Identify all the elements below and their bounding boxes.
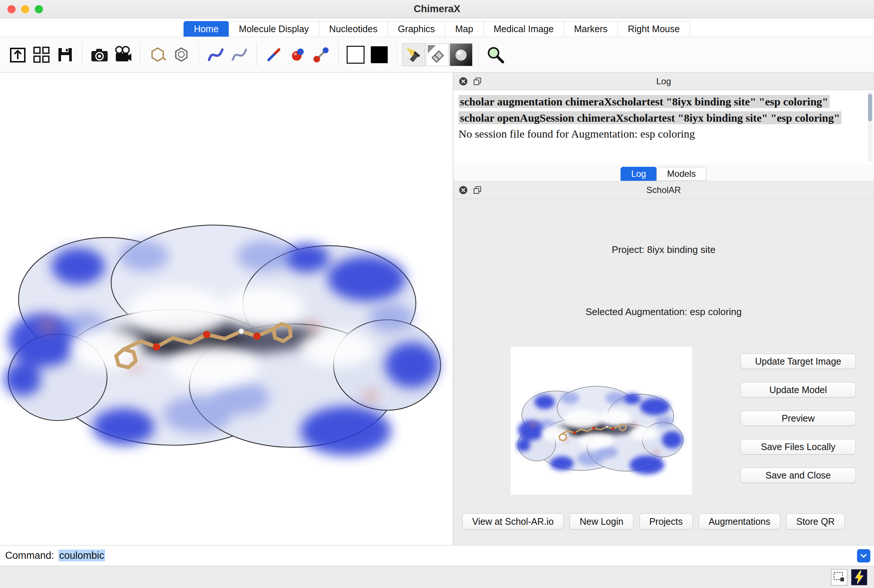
close-icon[interactable] [458,76,468,86]
sphere-style-icon[interactable] [286,40,309,69]
new-login-button[interactable]: New Login [569,513,633,530]
draw-hexagon-icon[interactable] [170,40,193,69]
save-icon[interactable] [53,40,77,69]
project-label: Project: 8iyx binding site [453,244,874,255]
scholar-panel-body: Project: 8iyx binding site Selected Augm… [453,199,874,545]
preview-button[interactable]: Preview [740,411,856,426]
scholar-panel-title: ScholAR [646,185,681,195]
log-entry: scholar augmentation chimeraXscholartest… [458,95,857,109]
tile-windows-icon[interactable] [30,40,53,69]
target-image-molecule [515,351,688,490]
tab-home[interactable]: Home [183,21,229,37]
dock-tab-log[interactable]: Log [620,167,657,181]
target-image-preview [511,347,692,495]
ribbon-show-icon[interactable] [204,40,228,69]
draw-benzene-tan-icon[interactable] [146,40,170,69]
log-output[interactable]: scholar augmentation chimeraXscholartest… [453,90,874,164]
dock-tab-bar: Log Models [453,164,874,181]
close-window-button[interactable] [8,5,15,14]
record-movie-icon[interactable] [111,40,135,69]
lightning-bolt-icon[interactable] [851,569,867,585]
status-bar [0,566,874,588]
log-scrollbar[interactable] [868,92,872,162]
scholar-panel-header: ScholAR [453,181,874,199]
right-dock: Log scholar augmentation chimeraXscholar… [453,72,874,545]
log-entry: scholar openAugSession chimeraXscholarte… [458,111,857,125]
command-line-bar: Command: coulombic [0,545,874,566]
ribbon-hide-icon[interactable] [228,40,251,69]
tab-nucleotides[interactable]: Nucleotides [319,21,388,37]
window-title: ChimeraX [0,0,874,18]
selection-rect-icon[interactable] [831,569,847,585]
log-entry: No session file found for Augmentation: … [458,127,857,141]
eraser-tool-icon[interactable] [426,43,449,66]
tab-right-mouse[interactable]: Right Mouse [617,21,690,37]
shaded-sphere-tool-icon[interactable] [450,43,473,66]
spotlight-tool-icon[interactable] [402,43,425,66]
command-input[interactable]: coulombic [59,550,105,561]
log-scrollbar-thumb[interactable] [868,94,872,121]
undock-icon[interactable] [473,185,482,195]
tab-molecule-display[interactable]: Molecule Display [229,21,319,37]
save-and-close-button[interactable]: Save and Close [740,468,856,483]
home-toolbar [0,37,874,72]
update-model-button[interactable]: Update Model [740,382,856,398]
title-bar: ChimeraX [0,0,874,18]
snapshot-camera-icon[interactable] [88,40,111,69]
molecular-surface-render [0,134,453,498]
zoom-magnifier-icon[interactable] [484,40,507,69]
traffic-lights [8,5,43,14]
minimize-window-button[interactable] [21,5,29,14]
black-background-swatch[interactable] [368,40,391,69]
ribbon-tab-bar: Home Molecule Display Nucleotides Graphi… [0,18,874,37]
close-icon[interactable] [458,185,468,195]
store-qr-button[interactable]: Store QR [786,513,845,530]
undock-icon[interactable] [473,76,482,86]
update-target-image-button[interactable]: Update Target Image [740,354,856,369]
ball-and-stick-style-icon[interactable] [309,40,333,69]
graphics-viewport[interactable] [0,72,453,545]
white-background-swatch[interactable] [344,40,368,69]
save-files-locally-button[interactable]: Save Files Locally [740,439,856,454]
stick-style-icon[interactable] [262,40,286,69]
log-panel-title: Log [656,76,671,87]
command-selected-text: coulombic [59,549,105,561]
tab-medical-image[interactable]: Medical Image [483,21,564,37]
augmentations-button[interactable]: Augmentations [698,513,780,530]
log-panel-header: Log [453,72,874,90]
command-history-dropdown[interactable] [857,549,870,562]
dock-tab-models[interactable]: Models [656,167,706,181]
augmentation-label: Selected Augmentation: esp coloring [453,306,874,318]
tab-map[interactable]: Map [445,21,484,37]
projects-button[interactable]: Projects [640,513,693,530]
scholar-action-buttons: Update Target Image Update Model Preview… [740,354,856,483]
scholar-footer-buttons: View at Schol-AR.io New Login Projects A… [462,513,865,530]
chevron-down-icon [860,552,868,560]
tab-graphics[interactable]: Graphics [387,21,445,37]
command-label: Command: [5,550,54,561]
open-file-icon[interactable] [6,40,30,69]
tab-markers[interactable]: Markers [563,21,617,37]
zoom-window-button[interactable] [35,5,43,14]
view-at-scholar-io-button[interactable]: View at Schol-AR.io [462,513,563,530]
